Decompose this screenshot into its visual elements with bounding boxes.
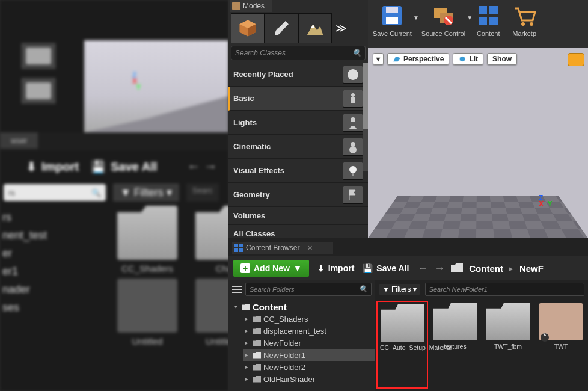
svg-rect-31 (239, 248, 243, 252)
marketplace-button[interactable]: Marketp (506, 0, 542, 48)
main-toolbar: Save Current ▼ Source Control ▼ Content … (368, 0, 588, 48)
viewport-blur (84, 40, 228, 132)
search-folders-input[interactable]: Search Folders 🔍 (245, 283, 372, 296)
category-lights[interactable]: Lights (228, 111, 368, 135)
folders-icon (430, 2, 457, 29)
filters-blur: ▼ Filters ▾ (113, 183, 179, 202)
breadcrumb-content[interactable]: Content (469, 263, 503, 274)
tab-label: Content Browser (246, 244, 299, 252)
lit-button[interactable]: Lit (453, 53, 483, 65)
svg-rect-12 (352, 173, 354, 176)
search-icon: 🔍 (352, 49, 361, 57)
tree-folder[interactable]: ▸NewFolder (243, 337, 375, 349)
asset-folder-highlighted[interactable]: CC_Auto_Setup_Material (379, 303, 426, 386)
source-control-button[interactable]: Source Control ▼ (417, 0, 470, 48)
import-button-blur: ⬇Import (26, 159, 79, 174)
tree-root-content[interactable]: ▾Content (232, 301, 375, 313)
cube-icon (237, 18, 258, 38)
tree-folder[interactable]: ▸OldHairShader (243, 373, 375, 385)
paint-mode-button[interactable] (265, 13, 298, 43)
mode-overflow-button[interactable]: ≫ (332, 13, 351, 43)
tool-label: Save Current (373, 30, 412, 37)
modes-icon (232, 2, 240, 10)
search-classes-input[interactable]: Search Classes 🔍 (231, 46, 366, 60)
place-mode-button[interactable] (231, 13, 265, 43)
searchbox-blur: Searc (186, 183, 219, 202)
folder-tree: ▾Content ▸CC_Shaders ▸displacement_test … (228, 298, 375, 385)
save-all-button[interactable]: 💾Save All (363, 263, 409, 273)
close-icon[interactable]: ✕ (307, 244, 313, 252)
tree-folder[interactable]: ▸displacement_test (243, 325, 375, 337)
save-current-button[interactable]: Save Current ▼ (368, 0, 417, 48)
svg-marker-3 (307, 24, 323, 35)
category-scrollbar[interactable] (363, 63, 368, 171)
search-classes-placeholder: Search Classes (235, 49, 286, 57)
download-icon: ⬇ (317, 263, 325, 273)
floppy-icon: 💾 (363, 263, 373, 273)
svg-rect-23 (489, 17, 498, 25)
content-browser-tab[interactable]: Content Browser ✕ (232, 242, 333, 254)
svg-point-8 (351, 117, 355, 122)
category-cinematic[interactable]: Cinematic (228, 135, 368, 159)
filter-icon: ▼ (382, 285, 390, 294)
perspective-button[interactable]: Perspective (387, 53, 449, 65)
asset-folder[interactable]: TWT_fbm (485, 303, 531, 386)
nav-forward-button[interactable]: → (434, 262, 445, 275)
category-basic[interactable]: Basic (228, 87, 368, 111)
search-blur: rs🔍 (4, 184, 106, 201)
sources-panel: Search Folders 🔍 ▾Content ▸CC_Shaders ▸d… (228, 280, 375, 391)
modes-panel: Modes ≫ Search Classes 🔍 Recently Placed… (228, 0, 368, 238)
viewport-maximize-button[interactable] (568, 53, 584, 66)
search-icon: 🔍 (359, 285, 367, 293)
mountain-icon (305, 18, 325, 38)
breadcrumb-folder[interactable]: NewF (519, 263, 544, 274)
level-viewport[interactable]: ▾ Perspective Lit Show ZX Y (368, 48, 588, 238)
cart-icon (511, 2, 537, 29)
landscape-mode-button[interactable] (298, 13, 332, 43)
chevron-down-icon: ▾ (413, 285, 417, 294)
sources-menu-button[interactable] (232, 286, 242, 293)
content-button[interactable]: Content (470, 0, 506, 48)
viewport-floor (368, 196, 588, 238)
svg-point-10 (349, 146, 357, 153)
add-new-button[interactable]: + Add New ▼ (233, 260, 309, 277)
tree-folder[interactable]: ▸CC_Shaders (243, 313, 375, 325)
asset-folder[interactable]: textures (432, 303, 479, 386)
tree-blur: rs nent_test erer1 nader ses (0, 206, 114, 316)
svg-marker-4 (311, 24, 315, 28)
nav-arrows-blur: ← → (187, 159, 217, 174)
svg-marker-26 (393, 57, 400, 61)
asset-item[interactable]: TWT (537, 303, 584, 386)
modes-tab[interactable]: Modes (230, 0, 272, 12)
axis-gizmo: ZX Y (132, 72, 141, 90)
show-button[interactable]: Show (487, 53, 517, 65)
cube-small-icon (458, 56, 467, 62)
viewport-menu-button[interactable]: ▾ (373, 53, 384, 65)
modes-title: Modes (243, 2, 265, 10)
breadcrumb-sep: ▸ (509, 264, 513, 273)
tool-label: Content (477, 30, 500, 37)
perspective-icon (393, 56, 401, 62)
chevron-down-icon: ▼ (293, 263, 302, 273)
category-volumes[interactable]: Volumes (228, 207, 368, 225)
category-recently-placed[interactable]: Recently Placed (228, 63, 368, 87)
search-assets-input[interactable]: Search NewFolder1 (425, 283, 584, 296)
content-browser-icon (234, 244, 243, 252)
category-geometry[interactable]: Geometry (228, 183, 368, 207)
tree-folder-selected[interactable]: ▸NewFolder1 (243, 349, 375, 361)
mode-thumb (20, 42, 57, 70)
brush-icon (271, 18, 292, 38)
import-button[interactable]: ⬇Import (317, 263, 355, 273)
sphere-icon (346, 67, 360, 82)
folder-icon[interactable] (451, 263, 463, 274)
svg-rect-29 (239, 244, 243, 247)
nav-back-button[interactable]: ← (417, 262, 428, 275)
tree-folder[interactable]: ▸NewFolder2 (243, 361, 375, 373)
editor-panel: Modes ≫ Search Classes 🔍 Recently Placed… (228, 0, 588, 391)
svg-rect-22 (479, 17, 487, 25)
category-visual-effects[interactable]: Visual Effects (228, 159, 368, 183)
svg-rect-20 (479, 6, 487, 14)
asset-view: ▼Filters▾ Search NewFolder1 CC_Auto_Setu… (375, 280, 588, 391)
svg-rect-30 (234, 248, 238, 252)
filters-button[interactable]: ▼Filters▾ (379, 284, 420, 295)
